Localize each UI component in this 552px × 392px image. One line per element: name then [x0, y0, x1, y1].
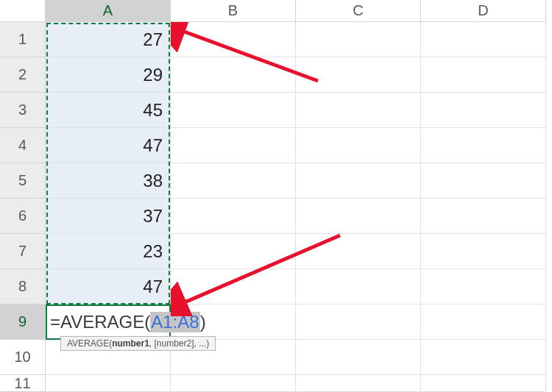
cell-a4[interactable]: 47	[46, 128, 171, 163]
cell-d5[interactable]	[421, 163, 546, 199]
cell-c1[interactable]	[296, 22, 421, 57]
cell-a6[interactable]: 37	[46, 199, 171, 234]
cell-c10[interactable]	[296, 340, 421, 375]
cell-c2[interactable]	[296, 57, 421, 93]
cell-a11[interactable]	[46, 375, 171, 392]
cell-b4[interactable]	[171, 128, 296, 163]
cell-d7[interactable]	[421, 234, 546, 269]
row-header-5[interactable]: 5	[0, 163, 46, 199]
cell-b11[interactable]	[171, 375, 296, 392]
cell-c5[interactable]	[296, 163, 421, 199]
cell-b8[interactable]	[171, 269, 296, 304]
select-all-corner[interactable]	[0, 0, 46, 22]
row-header-8[interactable]: 8	[0, 269, 46, 304]
cell-b5[interactable]	[171, 163, 296, 199]
cell-c11[interactable]	[296, 375, 421, 392]
cell-d4[interactable]	[421, 128, 546, 163]
col-header-b[interactable]: B	[171, 0, 296, 22]
cell-b6[interactable]	[171, 199, 296, 234]
cell-d8[interactable]	[421, 269, 546, 304]
cell-a8[interactable]: 47	[46, 269, 171, 304]
cell-d9[interactable]	[421, 304, 546, 340]
formula-function: AVERAGE(	[60, 312, 150, 332]
cell-b2[interactable]	[171, 57, 296, 93]
cell-a2[interactable]: 29	[46, 57, 171, 93]
cell-c4[interactable]	[296, 128, 421, 163]
row-header-10[interactable]: 10	[0, 340, 46, 375]
cell-c7[interactable]	[296, 234, 421, 269]
formula-editor-a9[interactable]: =AVERAGE(A1:A8)	[46, 304, 296, 340]
tooltip-prefix: AVERAGE(	[67, 338, 112, 349]
cell-b1[interactable]	[171, 22, 296, 57]
cell-c9[interactable]	[296, 304, 421, 340]
row-header-2[interactable]: 2	[0, 57, 46, 93]
cell-a1[interactable]: 27	[46, 22, 171, 57]
cell-b3[interactable]	[171, 93, 296, 128]
col-header-c[interactable]: C	[296, 0, 421, 22]
row-header-6[interactable]: 6	[0, 199, 46, 234]
row-header-4[interactable]: 4	[0, 128, 46, 163]
spreadsheet-grid: A B C D 1 2 3 4 5 6 7 8 9 10 11 27 29 45…	[0, 0, 552, 392]
cell-d6[interactable]	[421, 199, 546, 234]
cell-d1[interactable]	[421, 22, 546, 57]
cell-a7[interactable]: 23	[46, 234, 171, 269]
cell-d10[interactable]	[421, 340, 546, 375]
cell-d2[interactable]	[421, 57, 546, 93]
cell-d3[interactable]	[421, 93, 546, 128]
cell-c3[interactable]	[296, 93, 421, 128]
tooltip-bold-arg: number1	[112, 338, 149, 349]
row-header-7[interactable]: 7	[0, 234, 46, 269]
formula-equals: =	[50, 312, 60, 332]
formula-close-paren: )	[200, 312, 206, 332]
tooltip-rest: , [number2], ...)	[149, 338, 209, 349]
cell-b7[interactable]	[171, 234, 296, 269]
formula-range-ref: A1:A8	[150, 312, 199, 332]
cell-c6[interactable]	[296, 199, 421, 234]
col-header-d[interactable]: D	[421, 0, 546, 22]
row-header-1[interactable]: 1	[0, 22, 46, 57]
row-header-3[interactable]: 3	[0, 93, 46, 128]
cell-a5[interactable]: 38	[46, 163, 171, 199]
cell-d11[interactable]	[421, 375, 546, 392]
formula-tooltip: AVERAGE(number1, [number2], ...)	[60, 336, 216, 351]
cell-a3[interactable]: 45	[46, 93, 171, 128]
col-header-a[interactable]: A	[46, 0, 171, 22]
row-header-9[interactable]: 9	[0, 304, 46, 340]
row-header-11[interactable]: 11	[0, 375, 46, 392]
cell-c8[interactable]	[296, 269, 421, 304]
